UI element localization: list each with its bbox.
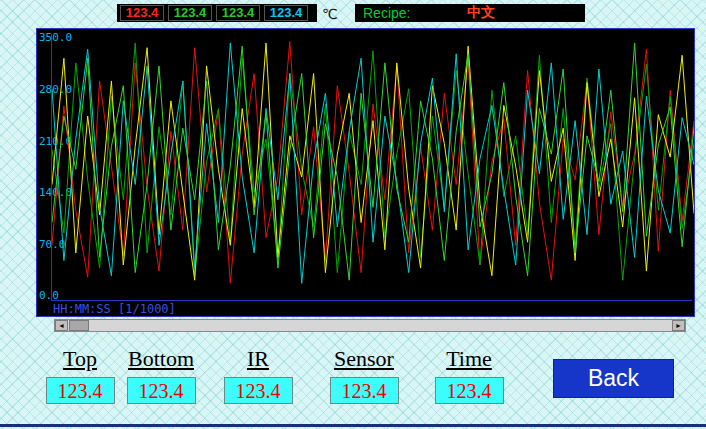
reading-value: 123.4 <box>224 377 293 404</box>
reading-sensor: Sensor 123.4 <box>314 346 414 404</box>
x-axis-line <box>51 300 692 301</box>
scroll-right-button[interactable]: ► <box>672 320 685 331</box>
recipe-label: Recipe: <box>363 5 410 21</box>
reading-bottom: Bottom 123.4 <box>111 346 211 404</box>
chart-scrollbar[interactable]: ◄ ► <box>54 319 686 332</box>
reading-ir: IR 123.4 <box>208 346 308 404</box>
bottom-divider <box>0 424 706 427</box>
reading-value: 123.4 <box>435 377 504 404</box>
back-button[interactable]: Back <box>553 359 674 398</box>
reading-value: 123.4 <box>127 377 196 404</box>
scroll-left-button[interactable]: ◄ <box>55 320 68 331</box>
language-toggle[interactable]: 中文 <box>467 4 495 22</box>
reading-time: Time 123.4 <box>419 346 519 404</box>
reading-label: Bottom <box>111 346 211 372</box>
trend-lines <box>52 34 694 300</box>
readout-ir-temp: 123.4 <box>216 5 260 21</box>
top-readouts-bar: 123.4 123.4 123.4 123.4 <box>117 4 317 22</box>
celsius-unit-label: ℃ <box>322 6 338 22</box>
reading-label: Sensor <box>314 346 414 372</box>
readout-top-temp: 123.4 <box>120 5 164 21</box>
hmi-trend-screen: 123.4 123.4 123.4 123.4 ℃ Recipe: 中文 350… <box>0 0 706 429</box>
readout-bottom-temp: 123.4 <box>168 5 212 21</box>
time-axis-label: HH:MM:SS [1/1000] <box>53 302 176 316</box>
reading-label: Time <box>419 346 519 372</box>
readout-sensor-temp: 123.4 <box>264 5 308 21</box>
trend-chart: 350.0 280.0 210.0 140.0 70.0 0.0 HH:MM:S… <box>36 28 695 317</box>
recipe-bar: Recipe: 中文 <box>355 4 585 22</box>
reading-value: 123.4 <box>330 377 399 404</box>
reading-value: 123.4 <box>46 377 115 404</box>
reading-label: IR <box>208 346 308 372</box>
scrollbar-thumb[interactable] <box>69 320 89 331</box>
